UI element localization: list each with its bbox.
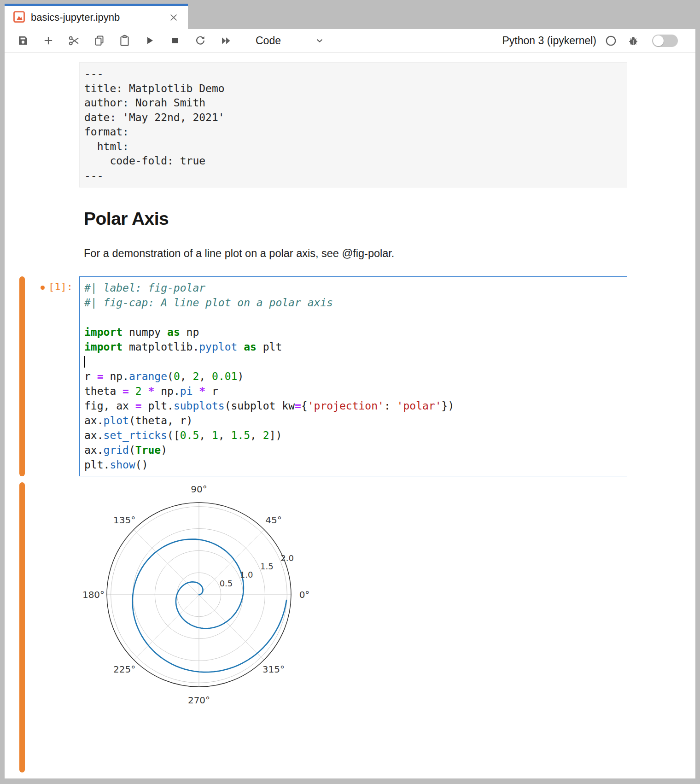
kernel-name[interactable]: Python 3 (ipykernel)	[502, 35, 596, 47]
chevron-down-icon	[315, 35, 325, 46]
notebook-toolbar: Code Python 3 (ipykernel)	[5, 29, 695, 53]
raw-cell-editor[interactable]: ---title: Matplotlib Demoauthor: Norah S…	[79, 62, 627, 187]
code-line: import numpy as np	[84, 325, 627, 339]
code-line	[84, 310, 627, 325]
kernel-status-icon	[605, 35, 617, 47]
code-line: #| fig-cap: A line plot on a polar axis	[84, 295, 627, 310]
tab-title: basics-jupyter.ipynb	[31, 12, 168, 23]
raw-line: date: 'May 22nd, 2021'	[84, 111, 627, 125]
cell-type-dropdown[interactable]: Code	[256, 35, 325, 47]
bug-icon	[627, 35, 639, 47]
stop-button[interactable]	[167, 32, 183, 49]
code-line: theta = 2 * np.pi * r	[84, 384, 627, 398]
code-line: ax.set_rticks([0.5, 1, 1.5, 2])	[84, 428, 627, 443]
code-line: r = np.arange(0, 2, 0.01)	[84, 369, 627, 384]
raw-line: ---	[84, 169, 627, 183]
add-cell-button[interactable]	[40, 32, 57, 49]
copy-icon	[93, 35, 105, 47]
cell-type-value: Code	[256, 35, 281, 47]
radial-tick-label: 1.0	[240, 570, 253, 579]
stop-icon	[169, 35, 181, 46]
angle-tick-label: 225°	[113, 664, 135, 675]
close-icon[interactable]	[168, 12, 180, 23]
code-cell: [1]: #| label: fig-polar#| fig-cap: A li…	[5, 276, 695, 476]
angle-tick-label: 270°	[188, 695, 210, 706]
angle-tick-label: 90°	[191, 484, 207, 495]
debugger-button[interactable]	[627, 35, 639, 47]
notebook-area: ---title: Matplotlib Demoauthor: Norah S…	[5, 53, 695, 778]
raw-line: title: Matplotlib Demo	[84, 82, 627, 96]
toggle-knob	[653, 35, 664, 46]
raw-line: author: Norah Smith	[84, 96, 627, 111]
radial-tick-label: 0.5	[220, 579, 233, 588]
run-icon	[144, 35, 155, 46]
angle-tick-label: 315°	[262, 664, 285, 675]
markdown-heading: Polar Axis	[79, 209, 627, 229]
code-line: fig, ax = plt.subplots(subplot_kw={'proj…	[84, 398, 627, 413]
cut-icon	[68, 35, 80, 47]
code-line: plt.show()	[84, 457, 627, 472]
save-icon	[17, 35, 29, 47]
input-collapser[interactable]	[19, 276, 25, 476]
notebook-file-icon	[13, 11, 25, 25]
code-line: ax.grid(True)	[84, 443, 627, 457]
code-line: import matplotlib.pyplot as plt	[84, 339, 627, 354]
restart-kernel-button[interactable]	[192, 32, 209, 49]
tab-bar: basics-jupyter.ipynb	[5, 0, 695, 29]
polar-plot: 0°45°90°135°180°225°270°315°0.51.01.52.0	[83, 482, 322, 717]
modified-dot	[41, 286, 45, 290]
raw-line: format:	[84, 125, 627, 140]
copy-button[interactable]	[91, 32, 107, 49]
notebook-tab[interactable]: basics-jupyter.ipynb	[5, 4, 188, 29]
jupyterlab-window: basics-jupyter.ipynb	[0, 0, 700, 784]
run-button[interactable]	[141, 32, 158, 49]
output-collapser[interactable]	[19, 482, 25, 772]
save-button[interactable]	[15, 32, 31, 49]
plus-icon	[42, 35, 54, 47]
spiral-line	[133, 539, 286, 672]
cut-button[interactable]	[65, 32, 82, 49]
angle-tick-label: 0°	[299, 589, 310, 600]
paste-button[interactable]	[116, 32, 133, 49]
cell-output: 0°45°90°135°180°225°270°315°0.51.01.52.0	[5, 482, 695, 775]
code-editor[interactable]: #| label: fig-polar#| fig-cap: A line pl…	[79, 276, 627, 476]
execution-prompt: [1]:	[5, 281, 73, 293]
raw-line: ---	[84, 67, 627, 82]
angle-tick-label: 135°	[113, 515, 135, 526]
angle-tick-label: 45°	[265, 515, 281, 526]
radial-tick-label: 2.0	[280, 553, 294, 563]
code-line: #| label: fig-polar	[84, 281, 627, 295]
markdown-paragraph: For a demonstration of a line plot on a …	[79, 247, 627, 260]
angle-tick-label: 180°	[83, 589, 105, 600]
fast-forward-icon	[220, 35, 232, 47]
toggle-switch[interactable]	[652, 35, 678, 47]
restart-run-all-button[interactable]	[217, 32, 234, 49]
restart-icon	[194, 35, 206, 47]
raw-line: html:	[84, 140, 627, 154]
polar-plot-figure: 0°45°90°135°180°225°270°315°0.51.01.52.0	[83, 482, 695, 719]
raw-line: code-fold: true	[84, 154, 627, 169]
code-line: ax.plot(theta, r)	[84, 413, 627, 428]
code-line	[84, 354, 627, 369]
paste-icon	[118, 35, 131, 47]
radial-tick-label: 1.5	[260, 562, 274, 571]
text-cursor	[84, 356, 85, 368]
